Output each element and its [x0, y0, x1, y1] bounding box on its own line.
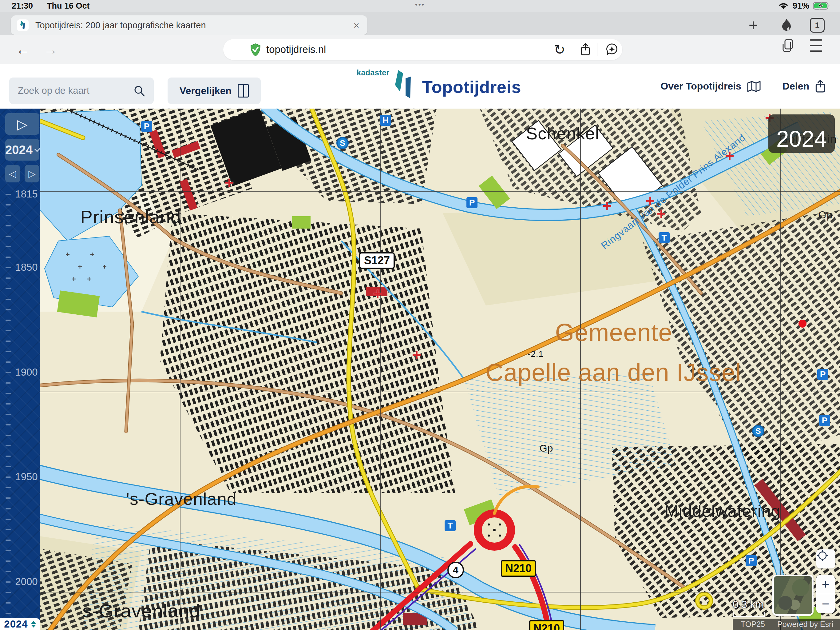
timeline-tick[interactable] — [6, 215, 11, 216]
year-dropdown[interactable]: 2024 — [5, 139, 39, 161]
timeline-tick[interactable] — [6, 246, 11, 247]
timeline-tick[interactable] — [6, 256, 11, 258]
status-date: Thu 16 Oct — [47, 1, 90, 11]
address-bar[interactable]: topotijdreis.nl ↻ — [223, 39, 622, 60]
chevron-down-icon — [35, 146, 41, 152]
back-icon[interactable]: ← — [16, 35, 30, 64]
attribution-layer: TOP25 — [741, 620, 765, 629]
timeline-tick[interactable] — [6, 320, 11, 321]
map-year-value: 2024 — [776, 127, 827, 151]
timeline-tick[interactable] — [6, 309, 11, 310]
station-icon: S — [336, 137, 349, 149]
timeline-tick[interactable] — [6, 414, 11, 415]
timeline-tick[interactable] — [6, 445, 11, 446]
timeline-tick[interactable] — [6, 225, 11, 226]
timeline-tick[interactable] — [6, 550, 11, 551]
attribution-provider: Powered by Esri — [777, 620, 833, 629]
timeline-tick[interactable] — [6, 581, 11, 583]
timeline-tick[interactable] — [6, 393, 11, 394]
multitask-dots-icon[interactable]: ••• — [415, 1, 425, 9]
reload-icon[interactable]: ↻ — [550, 39, 569, 60]
timeline-tick[interactable] — [6, 424, 11, 426]
timeline-tick[interactable] — [6, 571, 11, 572]
share-icon[interactable] — [576, 39, 595, 60]
tab-bar: Topotijdreis: 200 jaar topografische kaa… — [0, 12, 840, 35]
zoom-in-button[interactable]: + — [816, 575, 835, 594]
play-button[interactable]: ▷ — [5, 113, 39, 135]
timeline-tick[interactable] — [6, 540, 11, 541]
timeline-tick[interactable] — [6, 497, 11, 499]
brand-logo[interactable]: kadaster Topotijdreis — [357, 66, 521, 100]
church-cross-icon: + — [373, 284, 382, 303]
close-tab-icon[interactable]: × — [353, 20, 359, 30]
forward-icon[interactable]: → — [44, 35, 58, 64]
timeline-tick[interactable] — [6, 204, 11, 206]
timeline-tick[interactable] — [6, 560, 11, 562]
timeline-tick[interactable] — [6, 340, 11, 342]
next-year-button[interactable]: ▷ — [25, 165, 39, 182]
about-link[interactable]: Over Topotijdreis — [660, 81, 761, 92]
timeline-tick[interactable] — [6, 236, 11, 237]
timeline-tick[interactable] — [6, 508, 11, 510]
timeline-tick[interactable] — [6, 403, 11, 405]
timeline-tick[interactable] — [6, 372, 11, 373]
transit-icon: T — [658, 232, 669, 243]
timeline-tick[interactable] — [6, 592, 11, 593]
year-stepper-icon — [31, 621, 36, 628]
map-place-label: Capelle aan den IJssel — [485, 358, 741, 387]
search-placeholder: Zoek op de kaart — [18, 85, 133, 96]
share-link[interactable]: Delen — [783, 80, 826, 93]
timeline-tick[interactable] — [6, 277, 11, 279]
timeline-tick[interactable] — [6, 476, 11, 478]
search-icon — [133, 84, 146, 97]
timeline-tick[interactable] — [6, 382, 11, 384]
timeline-tick[interactable] — [6, 435, 11, 436]
timeline-tick[interactable] — [6, 456, 11, 457]
browser-tab[interactable]: Topotijdreis: 200 jaar topografische kaa… — [11, 15, 368, 35]
wifi-icon — [778, 2, 789, 10]
timeline-tick[interactable] — [6, 194, 11, 195]
map-place-label: Middelwatering — [665, 502, 780, 521]
map-place-label: Gemeente — [555, 318, 673, 347]
timeline-year-label: 1900 — [14, 366, 39, 378]
timeline-tick[interactable] — [6, 351, 11, 352]
church-cross-icon: + — [225, 173, 234, 192]
map-place-label: s-Gravenland — [82, 600, 201, 622]
timeline-tick[interactable] — [6, 487, 11, 488]
topographic-map[interactable]: SchenkelPrinsenland's-Gravenlands-Graven… — [40, 109, 840, 630]
timeline-tick[interactable] — [6, 361, 11, 362]
copy-pages-icon[interactable] — [778, 35, 797, 56]
timeline-tick[interactable] — [6, 288, 11, 289]
assistant-sparkle-icon[interactable] — [602, 39, 622, 60]
locate-button[interactable] — [816, 549, 835, 568]
timeline-tick[interactable] — [6, 529, 11, 530]
parking-icon: P — [466, 197, 477, 208]
map-search-input[interactable]: Zoek op de kaart — [9, 78, 154, 104]
share-page-icon — [815, 80, 826, 93]
current-year-indicator[interactable]: 2024 — [0, 618, 40, 630]
timeline-tick[interactable] — [6, 299, 11, 300]
zoom-out-button[interactable]: − — [816, 594, 835, 613]
private-browsing-flame-icon[interactable] — [778, 15, 795, 35]
timeline-tick[interactable] — [6, 613, 11, 614]
compare-button[interactable]: Vergelijken — [167, 78, 261, 104]
map-year-badge: 2024 — [768, 114, 835, 153]
map-icon — [747, 81, 761, 92]
tab-overview-button[interactable]: 1 — [808, 15, 826, 35]
map-place-label: Prinsenland — [80, 206, 181, 228]
timeline-tick[interactable] — [6, 267, 11, 268]
timeline-tick[interactable] — [6, 466, 11, 467]
timeline-sidebar: ▷ 2024 ◁ ▷ 18151850190019502000 2024 — [0, 109, 40, 630]
hospital-icon: H — [380, 115, 391, 126]
new-tab-icon[interactable]: + — [744, 15, 763, 35]
menu-icon[interactable] — [806, 35, 826, 56]
timeline-tick[interactable] — [6, 330, 11, 331]
basemap-thumbnail[interactable] — [772, 575, 813, 616]
zoom-control: + − — [816, 575, 835, 613]
timeline-tick[interactable] — [6, 602, 11, 603]
church-cross-icon: + — [412, 346, 421, 364]
previous-year-button[interactable]: ◁ — [5, 165, 20, 182]
road-shield: S127 — [359, 252, 395, 269]
road-shield: 4 — [447, 562, 464, 578]
timeline-tick[interactable] — [6, 519, 11, 520]
